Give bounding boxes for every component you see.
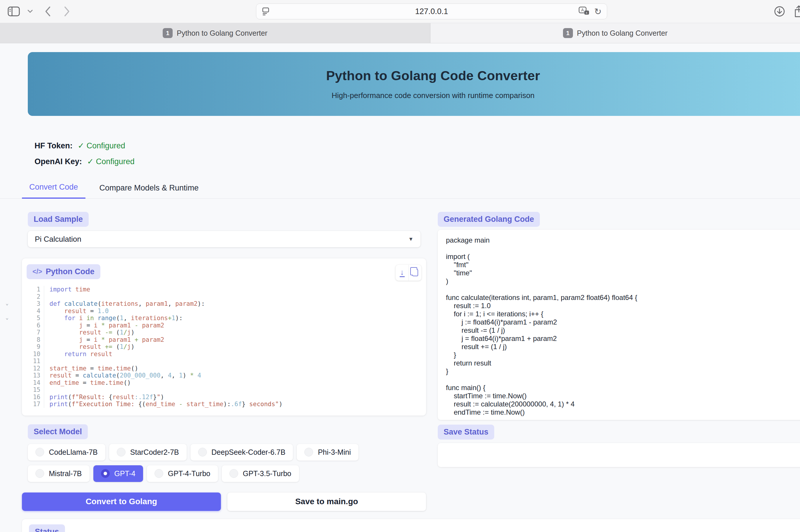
model-option-label: DeepSeek-Coder-6.7B (212, 448, 286, 456)
code-line (50, 386, 283, 394)
code-icon: </> (33, 268, 42, 276)
code-line: j = i * param1 - param2 (50, 322, 283, 329)
download-icon: ↓ (400, 268, 405, 277)
openai-key-row: OpenAI Key: ✓ Configured (35, 157, 800, 166)
code-line: start_time = time.time() (50, 365, 283, 372)
model-option-starcoder2-7b[interactable]: StarCoder2-7B (109, 444, 187, 461)
browser-tab-inactive[interactable]: 1 Python to Golang Converter (431, 23, 800, 43)
download-code-button[interactable]: ↓ (396, 265, 408, 281)
forward-icon[interactable] (64, 6, 70, 17)
translate-icon[interactable]: A x (578, 6, 590, 16)
tab-title: Python to Golang Converter (577, 29, 668, 37)
status-label: Status (29, 525, 65, 532)
svg-text:A: A (581, 7, 584, 12)
generated-golang-label: Generated Golang Code (438, 212, 540, 227)
save-main-go-button[interactable]: Save to main.go (227, 493, 426, 511)
page-content: Python to Golang Code Converter High-per… (0, 43, 800, 532)
line-number: 8 (37, 336, 40, 343)
line-number: 15 (33, 386, 40, 393)
model-option-label: StarCoder2-7B (130, 448, 179, 456)
code-line: import time (50, 286, 283, 293)
editor-code: import time def calculate(iterations, pa… (44, 286, 283, 408)
svg-text:x: x (586, 11, 587, 14)
reader-icon[interactable] (262, 6, 270, 16)
page-title: Python to Golang Code Converter (326, 68, 540, 83)
tab-count-badge: 1 (163, 28, 173, 38)
line-number: 7 (37, 329, 40, 336)
hf-token-row: HF Token: ✓ Configured (35, 141, 800, 150)
convert-button[interactable]: Convert to Golang (22, 493, 221, 511)
fold-arrow-icon[interactable]: ⌄ (3, 314, 21, 321)
line-number: 16 (33, 394, 40, 401)
address-bar[interactable]: 127.0.0.1 A x ↻ (256, 3, 607, 19)
model-option-deepseek-coder-6.7b[interactable]: DeepSeek-Coder-6.7B (190, 444, 293, 461)
model-option-gpt-4-turbo[interactable]: GPT-4-Turbo (147, 465, 218, 482)
openai-key-label: OpenAI Key: (35, 157, 82, 166)
url-text: 127.0.0.1 (256, 7, 607, 16)
model-option-label: GPT-3.5-Turbo (243, 469, 291, 478)
radio-icon (154, 469, 163, 478)
copy-code-button[interactable] (408, 265, 421, 281)
model-option-gpt-4[interactable]: GPT-4 (93, 465, 143, 482)
tab-compare-models[interactable]: Compare Models & Runtime (92, 184, 206, 198)
sample-select-value: Pi Calculation (35, 235, 81, 244)
model-option-label: Mistral-7B (49, 469, 82, 478)
browser-tab-bar: 1 Python to Golang Converter 1 Python to… (0, 23, 800, 43)
model-option-gpt-3.5-turbo[interactable]: GPT-3.5-Turbo (222, 465, 299, 482)
line-number: 4 (37, 307, 40, 315)
model-option-mistral-7b[interactable]: Mistral-7B (28, 465, 90, 482)
code-line (50, 358, 283, 365)
model-option-label: GPT-4 (114, 469, 135, 478)
code-line: result -= (1/j) (50, 329, 283, 336)
line-number: 10 (33, 350, 40, 358)
back-icon[interactable] (44, 6, 51, 17)
line-number: 3 (37, 300, 40, 307)
sample-select[interactable]: Pi Calculation ▼ (28, 231, 420, 247)
code-line: print(f"Execution Time: {(end_time - sta… (50, 401, 283, 408)
code-line: result = 1.0 (50, 307, 283, 315)
code-line: result = calculate(200_000_000, 4, 1) * … (50, 372, 283, 379)
line-number: 5 (37, 315, 40, 322)
line-number: 11 (33, 358, 40, 365)
hf-token-label: HF Token: (35, 141, 73, 150)
radio-icon (198, 448, 207, 456)
radio-icon (117, 448, 126, 456)
downloads-icon[interactable] (774, 5, 785, 17)
share-icon[interactable] (794, 5, 800, 18)
line-number: 1 (37, 286, 40, 293)
line-number: 17 (33, 401, 40, 407)
openai-key-status: ✓ Configured (87, 157, 135, 166)
model-option-phi-3-mini[interactable]: Phi-3-Mini (297, 444, 359, 461)
python-code-label: </> Python Code (26, 264, 100, 279)
radio-icon (304, 448, 313, 456)
fold-arrow-icon[interactable]: ⌄ (3, 300, 21, 307)
save-status-label: Save Status (438, 424, 494, 439)
model-option-codellama-7b[interactable]: CodeLlama-7B (28, 444, 105, 461)
dropdown-caret-icon: ▼ (408, 236, 414, 242)
line-number: 6 (37, 322, 40, 329)
sidebar-icon[interactable] (7, 6, 20, 16)
code-line: for i in range(1, iterations+1): (50, 315, 283, 322)
app-header-banner: Python to Golang Code Converter High-per… (28, 52, 800, 116)
chevron-down-icon[interactable] (27, 10, 33, 13)
status-panel: Status ✓ Converted with GPT-4 (OpenAI) (22, 519, 800, 532)
code-line: end_time = time.time() (50, 379, 283, 386)
python-code-editor[interactable]: 12⌄34⌄567891011121314151617 import time … (22, 286, 426, 408)
action-buttons: Convert to Golang Save to main.go (22, 493, 426, 511)
reload-icon[interactable]: ↻ (594, 6, 602, 17)
line-number: 9 (37, 343, 40, 350)
line-number: 2 (37, 293, 40, 300)
model-pills: CodeLlama-7BStarCoder2-7BDeepSeek-Coder-… (28, 444, 421, 482)
browser-toolbar: 127.0.0.1 A x ↻ (0, 0, 800, 23)
page-subtitle: High-performance code conversion with ru… (331, 91, 535, 100)
golang-code-panel[interactable]: package main import ( "fmt" "time" ) fun… (438, 230, 800, 420)
load-sample-label: Load Sample (28, 212, 89, 227)
tab-convert-code[interactable]: Convert Code (22, 183, 85, 199)
tab-count-badge: 1 (563, 28, 573, 38)
line-number: 13 (33, 372, 40, 379)
browser-tab-active[interactable]: 1 Python to Golang Converter (0, 23, 431, 43)
line-number: 14 (33, 379, 40, 386)
line-number: 12 (33, 365, 40, 372)
hf-token-status: ✓ Configured (78, 141, 125, 150)
radio-icon (35, 448, 44, 456)
